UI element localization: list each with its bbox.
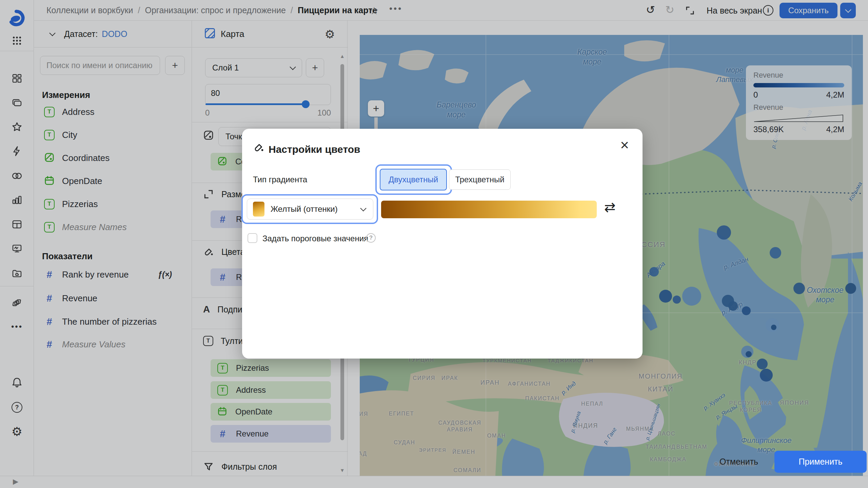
two-color-tab[interactable]: Двухцветный [380, 169, 447, 190]
color-settings-dialog: Настройки цветов × Тип градиента Двухцве… [242, 129, 643, 359]
datalens-app: Коллекции и воркбуки / Организации: спро… [0, 0, 868, 488]
cancel-button[interactable]: Отменить [717, 451, 761, 472]
apply-button[interactable]: Применить [774, 451, 867, 473]
palette-swatch [253, 202, 264, 217]
three-color-tab[interactable]: Трехцветный [449, 169, 511, 190]
palette-select[interactable]: Желтый (оттенки) [247, 199, 373, 220]
threshold-label[interactable]: Задать пороговые значения [262, 234, 368, 243]
swap-colors-icon[interactable]: ⇄ [604, 199, 616, 215]
gradient-type-label: Тип градиента [253, 175, 307, 184]
paint-bucket-icon [253, 142, 264, 155]
dialog-title: Настройки цветов [269, 144, 360, 155]
threshold-help-icon[interactable]: ? [366, 233, 376, 243]
chevron-down-icon [360, 205, 366, 211]
close-icon[interactable]: × [620, 138, 629, 152]
threshold-checkbox[interactable] [248, 233, 257, 243]
gradient-preview-bar [381, 201, 597, 218]
